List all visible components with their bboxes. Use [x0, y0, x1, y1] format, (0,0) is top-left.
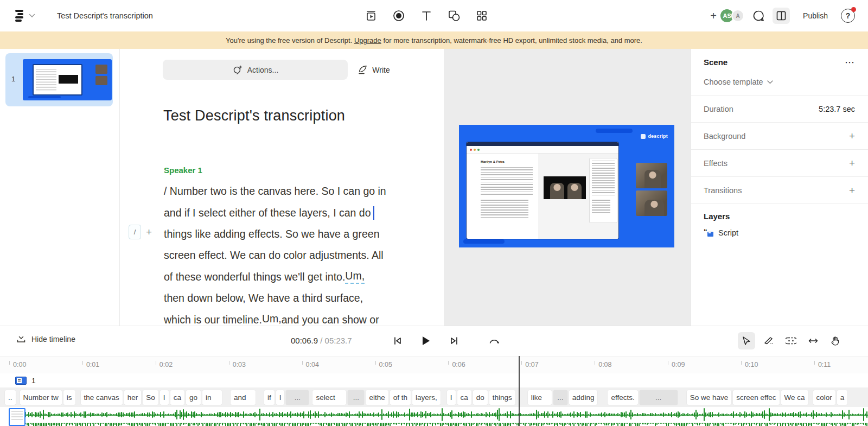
webcam-thumbnail[interactable]	[636, 163, 667, 188]
scene-menu-button[interactable]: ⋯	[845, 60, 855, 65]
word-block[interactable]: like	[528, 390, 552, 405]
skip-forward-button[interactable]	[447, 333, 461, 349]
help-button[interactable]: ?	[841, 9, 855, 23]
media-library-icon[interactable]	[365, 9, 378, 22]
word-block[interactable]: color	[813, 390, 835, 405]
add-block-button[interactable]: +	[146, 226, 152, 238]
word-block[interactable]: do	[473, 390, 488, 405]
add-background-button[interactable]: +	[849, 130, 855, 142]
word-block[interactable]: adding	[569, 390, 598, 405]
word-block[interactable]: So	[143, 390, 158, 405]
transcript-text[interactable]: / Number two is the canvas here. So I ca…	[164, 185, 386, 198]
silence-gap-block[interactable]: ...	[640, 390, 678, 405]
transcript-text[interactable]: screen effect. We can do color adjustmen…	[164, 249, 384, 262]
transcript-line[interactable]: screen effect. We can do color adjustmen…	[164, 245, 435, 266]
filler-word[interactable]: Um,	[345, 270, 365, 284]
play-button[interactable]	[419, 333, 433, 349]
word-block[interactable]: screen effec	[733, 390, 779, 405]
transcript-line[interactable]: then down below, We have a third surface…	[164, 288, 435, 309]
hand-tool[interactable]	[827, 332, 844, 349]
layout-grid-icon[interactable]	[475, 9, 488, 22]
word-block[interactable]: Number tw	[20, 390, 62, 405]
word-block[interactable]: in	[202, 390, 222, 405]
word-block[interactable]: effects.	[608, 390, 637, 405]
transcript-line[interactable]: which is our timeline. Um, and you can s…	[164, 309, 435, 326]
word-block[interactable]: is	[63, 390, 75, 405]
transcript[interactable]: / Number two is the canvas here. So I ca…	[164, 181, 435, 326]
word-block[interactable]: We ca	[781, 390, 808, 405]
publish-button[interactable]: Publish	[797, 11, 833, 20]
transcript-text[interactable]: things like adding effects. So we have a…	[164, 228, 379, 240]
record-icon[interactable]	[392, 9, 405, 22]
word-block[interactable]: a	[837, 390, 848, 405]
word-block[interactable]: ..	[5, 390, 16, 405]
word-block[interactable]: I	[276, 390, 285, 405]
word-block[interactable]: go	[186, 390, 201, 405]
word-block[interactable]: things	[489, 390, 515, 405]
scene-clip-icon[interactable]	[15, 377, 27, 385]
range-select-tool[interactable]	[782, 332, 800, 349]
transcript-text[interactable]: and you can show or	[282, 314, 379, 326]
webcam-thumbnail[interactable]	[636, 190, 667, 216]
slash-command-button[interactable]: /	[129, 225, 141, 239]
word-block[interactable]: eithe	[366, 390, 388, 405]
add-transitions-button[interactable]: +	[849, 185, 855, 196]
word-block[interactable]: layers,	[412, 390, 441, 405]
word-block[interactable]: I	[447, 390, 456, 405]
playhead[interactable]	[519, 356, 520, 426]
transcript-line[interactable]: of these wonderful things we'll get into…	[164, 266, 435, 288]
word-block[interactable]: ca	[457, 390, 471, 405]
transcript-text[interactable]: and if I select either of these layers, …	[164, 207, 371, 219]
word-block[interactable]: the canvas	[81, 390, 123, 405]
silence-gap-block[interactable]: ...	[348, 390, 364, 405]
loop-button[interactable]	[487, 333, 501, 349]
avatar[interactable]: A	[731, 9, 744, 22]
video-preview[interactable]: descript Marilyn & Petra	[459, 125, 674, 247]
avatar-group[interactable]: ASA	[719, 8, 744, 23]
skip-back-button[interactable]	[391, 333, 405, 349]
word-block[interactable]: her	[124, 390, 142, 405]
descript-logo-icon[interactable]	[15, 10, 23, 22]
silence-gap-block[interactable]: ...	[286, 390, 309, 405]
toggle-sidebar-button[interactable]	[773, 8, 790, 24]
word-block[interactable]: if	[264, 390, 275, 405]
word-block[interactable]: select	[312, 390, 346, 405]
write-button[interactable]: Write	[348, 60, 400, 80]
project-title[interactable]: Test Descript's transcription	[57, 11, 153, 20]
scene-thumbnail[interactable]: 1	[5, 53, 113, 106]
actions-button[interactable]: Actions...	[163, 60, 348, 80]
speaker-label[interactable]: Speaker 1	[164, 166, 202, 175]
layer-item-script[interactable]: “Script	[704, 221, 856, 237]
transcript-text[interactable]: of these wonderful things we'll get into…	[164, 271, 345, 283]
chevron-down-icon[interactable]	[29, 14, 35, 18]
timeline-ruler[interactable]: 0:000:010:020:030:040:050:060:070:080:09…	[0, 356, 868, 373]
upgrade-link[interactable]: Upgrade	[354, 36, 381, 44]
razor-tool[interactable]	[760, 332, 777, 349]
audio-waveform-secondary[interactable]	[0, 423, 868, 426]
word-block[interactable]: ca	[170, 390, 184, 405]
selected-clip-thumbnail[interactable]	[9, 408, 25, 426]
comments-icon[interactable]	[752, 9, 765, 22]
choose-template-dropdown[interactable]: Choose template	[691, 67, 868, 95]
word-track[interactable]: ..Number twisthe canvasherSoIcagoinandif…	[0, 387, 868, 407]
trim-tool[interactable]	[805, 332, 822, 349]
transcript-line[interactable]: things like adding effects. So we have a…	[164, 224, 435, 245]
document-title[interactable]: Test Descript's transcription	[163, 107, 345, 124]
audio-waveform[interactable]	[0, 407, 868, 422]
transcript-line[interactable]: / Number two is the canvas here. So I ca…	[164, 181, 435, 202]
word-block[interactable]: I	[160, 390, 169, 405]
silence-gap-block[interactable]: ...	[553, 390, 567, 405]
filler-word[interactable]: Um,	[262, 313, 282, 326]
transcript-text[interactable]: which is our timeline.	[164, 314, 262, 326]
pointer-tool[interactable]	[738, 332, 755, 349]
add-effects-button[interactable]: +	[849, 157, 855, 169]
transcript-line[interactable]: and if I select either of these layers, …	[164, 202, 435, 223]
word-block[interactable]: of th	[390, 390, 411, 405]
shapes-icon[interactable]	[448, 9, 461, 22]
transcript-text[interactable]: then down below, We have a third surface…	[164, 292, 363, 304]
text-tool-icon[interactable]	[420, 9, 433, 22]
word-block[interactable]: So we have	[687, 390, 732, 405]
hide-timeline-button[interactable]: Hide timeline	[16, 334, 75, 344]
screen-recording-layer[interactable]: Marilyn & Petra	[467, 142, 618, 239]
word-block[interactable]: and	[231, 390, 256, 405]
